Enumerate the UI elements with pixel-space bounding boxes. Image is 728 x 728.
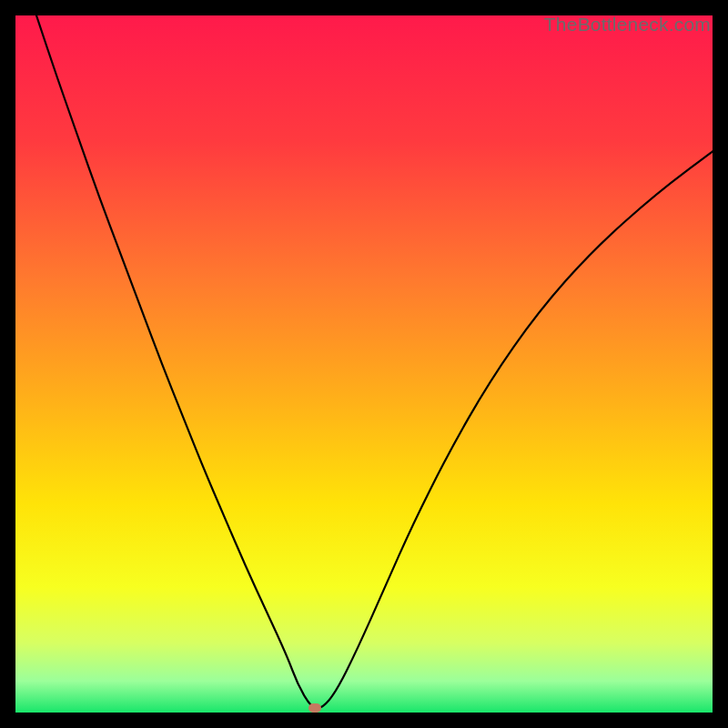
optimal-point-marker [308,703,321,713]
watermark-text: TheBottleneck.com [544,14,711,35]
gradient-background [15,15,713,713]
bottleneck-chart [15,15,713,713]
chart-frame: TheBottleneck.com [15,15,713,713]
